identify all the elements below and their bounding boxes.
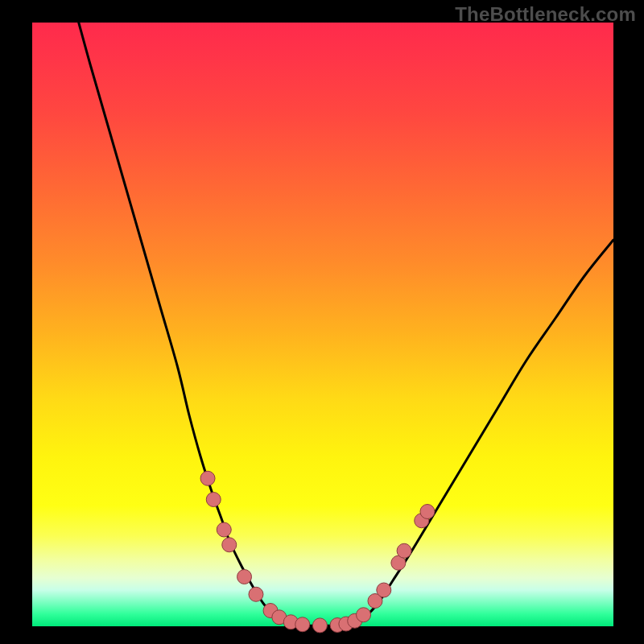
marker-dot (357, 608, 371, 622)
plot-area (32, 23, 613, 626)
marker-dot (200, 471, 215, 485)
bottleneck-curve (79, 23, 613, 625)
marker-dot (295, 617, 310, 632)
marker-dot (206, 493, 221, 507)
marker-dot (312, 618, 327, 633)
marker-dot (222, 538, 237, 552)
marker-dot (237, 570, 252, 584)
marker-dot (397, 543, 411, 558)
marker-dot (420, 505, 435, 519)
marker-dot (377, 583, 391, 597)
chart-svg (32, 23, 613, 626)
marker-dot (249, 587, 263, 601)
chart-frame: TheBottleneck.com (0, 0, 644, 644)
curve-group (79, 23, 613, 625)
marker-dot (217, 522, 231, 537)
